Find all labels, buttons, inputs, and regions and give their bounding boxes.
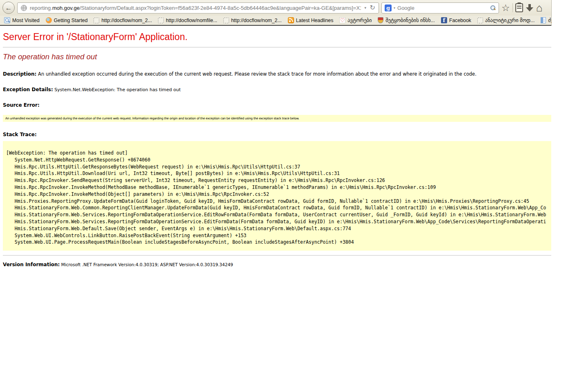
bookmark-label: Facebook <box>449 18 471 23</box>
back-arrow-icon: ← <box>5 4 12 11</box>
bookmark-label: Latest Headlines <box>296 18 334 23</box>
bookmark-docflow-nom2[interactable]: http://docflow/nom_2... <box>94 18 152 23</box>
crest-icon <box>378 17 383 23</box>
url-subdomain: reporting. <box>30 5 52 11</box>
version-info-text: Microsoft .NET Framework Version:4.0.303… <box>61 262 233 267</box>
bookmark-label: Most Visited <box>12 18 40 23</box>
bookmark-notifications[interactable]: შეტყობინების ინსხ... <box>378 17 435 23</box>
google-engine-icon[interactable]: g <box>385 4 392 11</box>
exception-details-text: System.Net.WebException: The operation h… <box>54 87 180 92</box>
bookmark-docflow-nomfile[interactable]: http://docflow/nomfile... <box>158 18 217 23</box>
url-domain: moh.gov.ge <box>52 5 80 11</box>
search-input[interactable]: Google <box>397 5 488 11</box>
bookmark-facebook[interactable]: fFacebook <box>441 17 471 23</box>
bookmark-analytics-module[interactable]: ანალიტიკური მოდ... <box>477 18 535 23</box>
reload-icon[interactable]: ↻ <box>370 4 375 11</box>
default-favicon-icon <box>158 18 164 23</box>
exception-details-row: Exception Details: System.Net.WebExcepti… <box>3 87 551 92</box>
firefox-icon <box>46 17 52 23</box>
url-bar[interactable]: reporting.moh.gov.ge/Stationaryform/Defa… <box>17 2 379 13</box>
bookmark-label: http://docflow/nomfile... <box>166 18 217 23</box>
default-favicon-icon <box>94 18 99 23</box>
bookmark-getting-started[interactable]: Getting Started <box>46 17 88 23</box>
most-visited-icon <box>4 17 10 23</box>
bookmark-label: Getting Started <box>54 18 88 23</box>
default-favicon-icon <box>223 18 229 23</box>
bookmark-most-visited[interactable]: Most Visited <box>4 17 40 23</box>
bookmark-authors[interactable]: ♡ავტორები <box>339 17 372 23</box>
bookmark-label: ანალიტიკური მოდ... <box>485 18 535 23</box>
version-info-row: Version Information: Microsoft .NET Fram… <box>3 262 551 267</box>
bookmark-label: ძებნა პირადი ნომრ... <box>548 18 551 23</box>
stack-trace-label: Stack Trace: <box>3 132 37 137</box>
default-favicon-icon <box>477 18 483 23</box>
browser-window: ← reporting.moh.gov.ge/Stationaryform/De… <box>0 0 552 26</box>
bookmark-latest-headlines[interactable]: Latest Headlines <box>288 17 334 23</box>
description-label: Description: <box>3 71 36 77</box>
bookmark-label: http://docflow/nom_2... <box>231 18 282 23</box>
search-icon[interactable] <box>490 5 496 11</box>
document-icon <box>541 17 546 23</box>
divider <box>3 47 551 47</box>
source-error-label: Source Error: <box>3 102 40 108</box>
rss-icon <box>288 17 294 23</box>
home-icon[interactable]: ⌂ <box>536 2 543 13</box>
version-info-label: Version Information: <box>3 262 60 267</box>
error-message: The operation has timed out <box>3 52 551 61</box>
exception-details-label: Exception Details: <box>3 87 53 92</box>
navigation-toolbar: ← reporting.moh.gov.ge/Stationaryform/De… <box>0 0 551 16</box>
bookmarks-menu-icon[interactable] <box>515 3 523 12</box>
bookmark-star-icon[interactable]: ☆ <box>501 3 510 13</box>
stack-trace-text: [WebException: The operation has timed o… <box>6 150 548 246</box>
page-title: Server Error in '/StationaryForm' Applic… <box>3 31 551 43</box>
bookmark-docflow-nom2b[interactable]: http://docflow/nom_2... <box>223 18 282 23</box>
description-row: Description: An unhandled exception occu… <box>3 71 551 77</box>
description-text: An unhandled exception occurred during t… <box>38 71 477 77</box>
back-button[interactable]: ← <box>2 2 15 14</box>
stack-trace-row: Stack Trace: <box>3 132 551 137</box>
bookmark-label: ავტორები <box>347 18 372 23</box>
aspnet-error-page: Server Error in '/StationaryForm' Applic… <box>3 31 551 267</box>
facebook-icon: f <box>441 17 447 23</box>
url-text[interactable]: reporting.moh.gov.ge/Stationaryform/Defa… <box>30 5 361 11</box>
url-path: /Stationaryform/Default.aspx?loginToken=… <box>80 5 361 11</box>
source-error-note: An unhandled exception was generated dur… <box>3 115 551 122</box>
bookmark-label: შეტყობინების ინსხ... <box>385 18 435 23</box>
url-dropdown-icon[interactable]: ▼ <box>364 6 367 10</box>
source-error-row: Source Error: <box>3 102 551 108</box>
search-bar[interactable]: g ▾ Google <box>381 2 499 13</box>
bookmark-personal-number-search[interactable]: ძებნა პირადი ნომრ... <box>541 17 551 23</box>
heart-icon: ♡ <box>339 17 345 23</box>
stack-trace-box: [WebException: The operation has timed o… <box>3 141 551 251</box>
bookmark-label: http://docflow/nom_2... <box>101 18 152 23</box>
downloads-icon[interactable] <box>526 4 534 12</box>
bookmarks-toolbar: Most Visited Getting Started http://docf… <box>0 16 551 26</box>
divider <box>3 255 551 256</box>
toolbar-separator <box>512 3 513 12</box>
search-engine-dropdown-icon[interactable]: ▾ <box>394 6 395 10</box>
site-globe-icon <box>21 5 27 11</box>
